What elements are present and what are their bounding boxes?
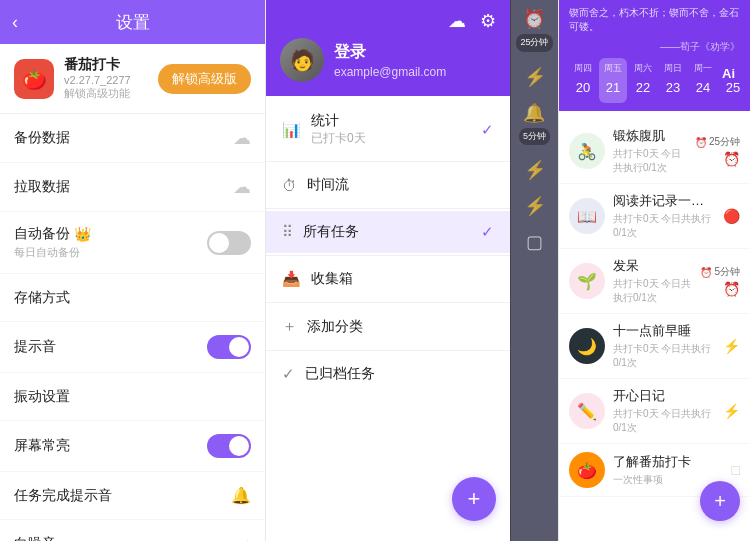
all-tasks-label: 所有任务 xyxy=(303,223,359,241)
all-tasks-icon: ⠿ xyxy=(282,223,293,241)
back-icon[interactable]: ‹ xyxy=(12,12,18,33)
settings-item-storage[interactable]: 存储方式 xyxy=(0,274,265,322)
middle-section-2: ⚡ xyxy=(524,66,546,88)
app-desc: 解锁高级功能 xyxy=(64,86,131,101)
settings-header: ‹ 设置 xyxy=(0,0,265,44)
task-title-0: 锻炼腹肌 xyxy=(613,127,687,145)
settings-item-white-noise[interactable]: 白噪音 ♪ xyxy=(0,520,265,541)
task-icon-4: ✏️ xyxy=(569,393,605,429)
settings-item-backup[interactable]: 备份数据 ☁ xyxy=(0,114,265,163)
task-item-4[interactable]: ✏️ 开心日记 共打卡0天 今日共执行0/1次 ⚡ xyxy=(559,379,750,444)
cloud-header-icon[interactable]: ☁ xyxy=(448,10,466,32)
gear-header-icon[interactable]: ⚙ xyxy=(480,10,496,32)
screen-toggle[interactable] xyxy=(207,434,251,458)
task-title-4: 开心日记 xyxy=(613,387,715,405)
task-action-icon-4[interactable]: ⚡ xyxy=(723,403,740,419)
storage-label: 存储方式 xyxy=(14,289,70,307)
middle-bolt-icon-2[interactable]: ⚡ xyxy=(524,159,546,181)
settings-item-vibration[interactable]: 振动设置 xyxy=(0,373,265,421)
nav-statistics[interactable]: 📊 统计 已打卡0天 ✓ xyxy=(266,100,510,159)
app-version: v2.27.7_2277 xyxy=(64,74,131,86)
middle-bolt-icon-3[interactable]: ⚡ xyxy=(524,195,546,217)
week-day-20[interactable]: 周四 20 xyxy=(569,58,597,103)
pull-cloud-icon: ☁ xyxy=(233,176,251,198)
middle-clock-icon[interactable]: ⏰ xyxy=(523,8,545,30)
task-action-icon-3[interactable]: ⚡ xyxy=(723,338,740,354)
week-day-23[interactable]: 周日 23 xyxy=(659,58,687,103)
nav-archived[interactable]: ✓ 已归档任务 xyxy=(266,353,510,395)
nav-all-tasks[interactable]: ⠿ 所有任务 ✓ xyxy=(266,211,510,253)
settings-item-task-sound[interactable]: 任务完成提示音 🔔 xyxy=(0,472,265,520)
nav-divider-3 xyxy=(266,255,510,256)
task-title-2: 发呆 xyxy=(613,257,692,275)
task-meta-0: 共打卡0天 今日共执行0/1次 xyxy=(613,147,687,175)
add-task-fab[interactable]: + xyxy=(452,477,496,521)
sound-toggle[interactable] xyxy=(207,335,251,359)
middle-bolt-icon-1[interactable]: ⚡ xyxy=(524,66,546,88)
nav-add-category-left: ＋ 添加分类 xyxy=(282,317,363,336)
task-content-4: 开心日记 共打卡0天 今日共执行0/1次 xyxy=(613,387,715,435)
task-content-1: 阅读并记录一条书摘 共打卡0天 今日共执行0/1次 xyxy=(613,192,715,240)
task-item-3[interactable]: 🌙 十一点前早睡 共打卡0天 今日共执行0/1次 ⚡ xyxy=(559,314,750,379)
unlock-button[interactable]: 解锁高级版 xyxy=(158,64,251,94)
middle-square-icon[interactable]: ▢ xyxy=(526,231,543,253)
sound-knob xyxy=(229,337,249,357)
autobackup-knob xyxy=(209,233,229,253)
settings-item-pull[interactable]: 拉取数据 ☁ xyxy=(0,163,265,212)
statistics-check: ✓ xyxy=(481,121,494,139)
user-header-top: ☁ ⚙ xyxy=(280,10,496,32)
statistics-labels: 统计 已打卡0天 xyxy=(311,112,366,147)
user-panel: ☁ ⚙ 🧑 登录 example@gmail.com 📊 统计 已打卡0天 ✓ xyxy=(265,0,510,541)
task-action-icon-5[interactable]: □ xyxy=(732,462,740,478)
task-item-1[interactable]: 📖 阅读并记录一条书摘 共打卡0天 今日共执行0/1次 🔴 xyxy=(559,184,750,249)
task-icon-1: 📖 xyxy=(569,198,605,234)
settings-item-sound[interactable]: 提示音 xyxy=(0,322,265,373)
middle-bell-icon[interactable]: 🔔 xyxy=(523,102,545,124)
user-profile-row: 🧑 登录 example@gmail.com xyxy=(280,38,496,82)
week-day-22[interactable]: 周六 22 xyxy=(629,58,657,103)
task-action-icon-2[interactable]: ⏰ xyxy=(723,281,740,297)
task-action-icon-0[interactable]: ⏰ xyxy=(723,151,740,167)
week-day-num: 21 xyxy=(601,75,625,99)
archived-icon: ✓ xyxy=(282,365,295,383)
task-action-icon-1[interactable]: 🔴 xyxy=(723,208,740,224)
login-text[interactable]: 登录 xyxy=(334,42,446,63)
quote-text: 锲而舍之，朽木不折；锲而不舍，金石可镂。 xyxy=(569,6,740,34)
task-meta-1: 共打卡0天 今日共执行0/1次 xyxy=(613,212,715,240)
backup-label: 备份数据 xyxy=(14,129,70,147)
nav-divider-4 xyxy=(266,302,510,303)
nav-timeflow[interactable]: ⏱ 时间流 xyxy=(266,164,510,206)
task-content-5: 了解番茄打卡 一次性事项 xyxy=(613,453,724,487)
backup-cloud-icon: ☁ xyxy=(233,127,251,149)
autobackup-toggle[interactable] xyxy=(207,231,251,255)
task-right-2: ⏰5分钟 ⏰ xyxy=(700,265,740,297)
autobackup-sub: 每日自动备份 xyxy=(14,245,91,260)
ai-badge[interactable]: Ai xyxy=(712,63,745,83)
task-meta-3: 共打卡0天 今日共执行0/1次 xyxy=(613,342,715,370)
settings-item-screen[interactable]: 屏幕常亮 xyxy=(0,421,265,472)
settings-list: 备份数据 ☁ 拉取数据 ☁ 自动备份 👑 每日自动备份 存储方式 xyxy=(0,114,265,541)
settings-item-autobackup[interactable]: 自动备份 👑 每日自动备份 xyxy=(0,212,265,274)
task-item-2[interactable]: 🌱 发呆 共打卡0天 今日共执行0/1次 ⏰5分钟 ⏰ xyxy=(559,249,750,314)
nav-all-tasks-left: ⠿ 所有任务 xyxy=(282,223,359,241)
nav-archived-left: ✓ 已归档任务 xyxy=(282,365,375,383)
task-right-5: □ xyxy=(732,462,740,478)
task-item-0[interactable]: 🚴 锻炼腹肌 共打卡0天 今日共执行0/1次 ⏰25分钟 ⏰ xyxy=(559,119,750,184)
statistics-icon: 📊 xyxy=(282,121,301,139)
nav-inbox[interactable]: 📥 收集箱 xyxy=(266,258,510,300)
week-day-21[interactable]: 周五 21 xyxy=(599,58,627,103)
task-right-0: ⏰25分钟 ⏰ xyxy=(695,135,740,167)
task-title-5: 了解番茄打卡 xyxy=(613,453,724,471)
task-right-1: 🔴 xyxy=(723,208,740,224)
add-task-fab-calendar[interactable]: + xyxy=(700,481,740,521)
add-category-label: 添加分类 xyxy=(307,318,363,336)
user-header: ☁ ⚙ 🧑 登录 example@gmail.com xyxy=(266,0,510,96)
nav-add-category[interactable]: ＋ 添加分类 xyxy=(266,305,510,348)
settings-panel: ‹ 设置 🍅 番茄打卡 v2.27.7_2277 解锁高级功能 解锁高级版 备份… xyxy=(0,0,265,541)
autobackup-left: 自动备份 👑 每日自动备份 xyxy=(14,225,91,260)
pull-label: 拉取数据 xyxy=(14,178,70,196)
archived-label: 已归档任务 xyxy=(305,365,375,383)
app-name: 番茄打卡 xyxy=(64,56,131,74)
user-info: 登录 example@gmail.com xyxy=(334,42,446,79)
statistics-label: 统计 xyxy=(311,112,366,130)
